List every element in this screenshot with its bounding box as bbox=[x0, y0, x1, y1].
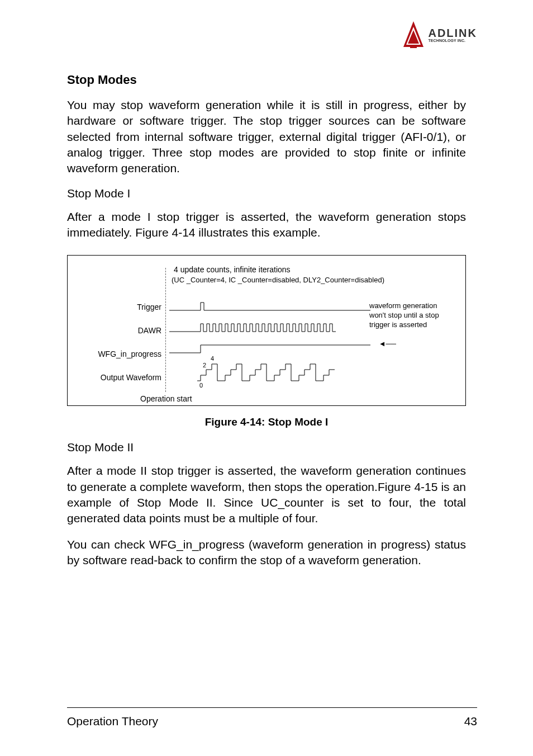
mode1-paragraph: After a mode I stop trigger is asserted,… bbox=[67, 209, 466, 241]
logo-tagline-text: TECHNOLOGY INC. bbox=[428, 39, 477, 42]
arrow-left-icon: ◄── bbox=[379, 339, 396, 348]
figure-annotation: waveform generation won't stop until a s… bbox=[369, 301, 453, 330]
waveform-level-0: 0 bbox=[199, 382, 203, 389]
signal-labels: Trigger DAWR WFG_in_progress Output Wave… bbox=[78, 303, 161, 396]
section-heading: Stop Modes bbox=[67, 73, 466, 87]
figure-diagram: 4 update counts, infinite iterations (UC… bbox=[67, 255, 466, 406]
page-content: Stop Modes You may stop waveform generat… bbox=[67, 73, 466, 568]
page-footer: Operation Theory 43 bbox=[67, 707, 477, 728]
label-trigger: Trigger bbox=[78, 303, 161, 311]
svg-rect-3 bbox=[410, 46, 417, 48]
waveform-level-4: 4 bbox=[211, 355, 214, 362]
label-wfg: WFG_in_progress bbox=[78, 349, 161, 358]
label-output: Output Waveform bbox=[78, 373, 161, 382]
figure-caption: Figure 4-14: Stop Mode I bbox=[67, 416, 466, 428]
mode1-heading: Stop Mode I bbox=[67, 187, 466, 200]
operation-start-label: Operation start bbox=[140, 394, 192, 403]
footer-page-number: 43 bbox=[464, 715, 477, 728]
mode2-paragraph-1: After a mode II stop trigger is asserted… bbox=[67, 463, 466, 526]
brand-logo: ADLINK TECHNOLOGY INC. bbox=[402, 20, 477, 49]
logo-triangle-icon bbox=[402, 20, 425, 49]
figure-header: 4 update counts, infinite iterations bbox=[174, 264, 291, 276]
logo-brand-text: ADLINK bbox=[428, 27, 477, 39]
waveform-level-2: 2 bbox=[203, 362, 206, 368]
label-dawr: DAWR bbox=[78, 326, 161, 335]
figure-subheader: (UC _Counter=4, IC _Counter=disabled, DL… bbox=[172, 276, 384, 284]
footer-section-name: Operation Theory bbox=[67, 715, 158, 728]
dashed-divider bbox=[165, 268, 166, 392]
mode2-heading: Stop Mode II bbox=[67, 441, 466, 454]
mode2-paragraph-2: You can check WFG_in_progress (waveform … bbox=[67, 537, 466, 569]
intro-paragraph: You may stop waveform generation while i… bbox=[67, 97, 466, 177]
